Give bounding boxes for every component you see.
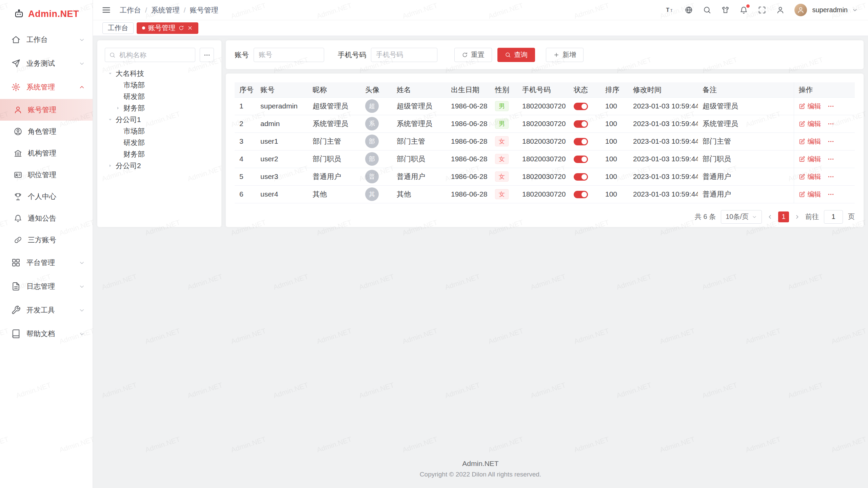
sidebar-item-label: 职位管理 bbox=[28, 170, 56, 180]
language-icon[interactable] bbox=[685, 6, 693, 14]
org-search-input[interactable] bbox=[119, 51, 191, 59]
edit-button[interactable]: 编辑 bbox=[799, 102, 821, 111]
tree-node[interactable]: 财务部 bbox=[105, 102, 214, 114]
chevron-down-icon bbox=[79, 260, 85, 266]
tree-caret-icon[interactable] bbox=[115, 105, 121, 111]
tab-account-management[interactable]: 账号管理 bbox=[137, 22, 198, 34]
sidebar-item-label: 帮助文档 bbox=[26, 329, 55, 339]
search-icon bbox=[109, 52, 116, 58]
tree-caret-icon[interactable] bbox=[107, 163, 113, 168]
status-toggle[interactable] bbox=[574, 173, 588, 181]
sidebar-item-position-management[interactable]: 职位管理 bbox=[0, 164, 93, 186]
status-toggle[interactable] bbox=[574, 120, 588, 128]
tree-node-label: 财务部 bbox=[123, 103, 145, 113]
sidebar-item-third-party-account[interactable]: 三方账号 bbox=[0, 229, 93, 251]
sidebar-item-help-docs[interactable]: 帮助文档 bbox=[0, 322, 93, 346]
breadcrumb-item-workbench[interactable]: 工作台 bbox=[120, 5, 141, 15]
tree-node[interactable]: 研发部 bbox=[105, 137, 214, 148]
add-button[interactable]: 新增 bbox=[546, 48, 584, 62]
edit-button[interactable]: 编辑 bbox=[799, 155, 821, 164]
next-page-icon[interactable] bbox=[794, 214, 800, 220]
sidebar-item-platform-management[interactable]: 平台管理 bbox=[0, 251, 93, 274]
cell-phone: 18020030720 bbox=[517, 133, 569, 150]
goto-page-input[interactable] bbox=[824, 210, 843, 224]
col-birthday: 出生日期 bbox=[446, 82, 490, 97]
tree-caret-icon[interactable] bbox=[107, 117, 113, 122]
tree-caret-icon[interactable] bbox=[115, 82, 121, 88]
sidebar-item-label: 机构管理 bbox=[28, 148, 56, 158]
gender-badge: 女 bbox=[495, 136, 509, 147]
sidebar-item-personal-center[interactable]: 个人中心 bbox=[0, 186, 93, 207]
cell-name: 超级管理员 bbox=[392, 97, 446, 115]
sidebar-item-notice[interactable]: 通知公告 bbox=[0, 207, 93, 229]
status-toggle[interactable] bbox=[574, 191, 588, 198]
profile-icon[interactable] bbox=[776, 6, 785, 14]
sidebar-item-account-management[interactable]: 账号管理 bbox=[0, 99, 93, 121]
more-actions-icon[interactable] bbox=[827, 156, 834, 163]
close-tab-icon[interactable] bbox=[187, 25, 193, 31]
tree-node[interactable]: 分公司1 bbox=[105, 114, 214, 125]
status-toggle[interactable] bbox=[574, 156, 588, 163]
theme-icon[interactable] bbox=[721, 6, 730, 14]
menu-collapse-icon[interactable] bbox=[102, 5, 111, 15]
cell-birthday: 1986-06-28 bbox=[446, 168, 490, 185]
more-actions-icon[interactable] bbox=[827, 191, 834, 198]
tree-node[interactable]: 市场部 bbox=[105, 125, 214, 137]
phone-input[interactable] bbox=[371, 48, 437, 62]
edit-button[interactable]: 编辑 bbox=[799, 172, 821, 181]
page-size-select[interactable]: 10条/页 bbox=[721, 210, 762, 224]
more-actions-icon[interactable] bbox=[827, 103, 834, 110]
sidebar-item-log-management[interactable]: 日志管理 bbox=[0, 274, 93, 298]
tree-node[interactable]: 市场部 bbox=[105, 79, 214, 91]
more-actions-icon[interactable] bbox=[827, 173, 834, 180]
tree-more-button[interactable] bbox=[200, 48, 214, 62]
tree-caret-icon[interactable] bbox=[115, 128, 121, 134]
tree-node[interactable]: 财务部 bbox=[105, 148, 214, 160]
sidebar-item-business-test[interactable]: 业务测试 bbox=[0, 52, 93, 75]
tree-caret-icon[interactable] bbox=[115, 151, 121, 157]
avatar[interactable] bbox=[794, 4, 807, 16]
sidebar-item-role-management[interactable]: 角色管理 bbox=[0, 121, 93, 142]
sidebar-menu: 工作台 业务测试 系统管理 账号管理 角色管理 bbox=[0, 28, 93, 488]
sidebar-item-label: 工作台 bbox=[26, 35, 48, 44]
sidebar-item-workbench[interactable]: 工作台 bbox=[0, 28, 93, 52]
edit-button[interactable]: 编辑 bbox=[799, 137, 821, 146]
page-number-1[interactable]: 1 bbox=[778, 211, 789, 222]
grid-icon bbox=[11, 258, 21, 267]
right-column: 账号 手机号码 重置 查询 bbox=[226, 40, 864, 227]
gender-badge: 女 bbox=[495, 154, 509, 164]
table-row: 3 user1 部门主管 部 部门主管 1986-06-28 女 1802003… bbox=[235, 133, 855, 150]
file-icon bbox=[11, 282, 21, 291]
account-input[interactable] bbox=[254, 48, 324, 62]
tree-node[interactable]: 研发部 bbox=[105, 91, 214, 102]
status-toggle[interactable] bbox=[574, 103, 588, 110]
prev-page-icon[interactable] bbox=[767, 214, 773, 220]
chevron-down-icon bbox=[79, 283, 85, 290]
refresh-tab-icon[interactable] bbox=[178, 25, 184, 31]
fullscreen-icon[interactable] bbox=[758, 6, 766, 14]
notification-bell[interactable] bbox=[739, 6, 748, 14]
more-actions-icon[interactable] bbox=[827, 138, 834, 145]
status-toggle[interactable] bbox=[574, 138, 588, 145]
search-icon[interactable] bbox=[703, 6, 711, 14]
sidebar-item-dev-tools[interactable]: 开发工具 bbox=[0, 298, 93, 322]
sidebar-item-org-management[interactable]: 机构管理 bbox=[0, 142, 93, 164]
tree-node[interactable]: 大名科技 bbox=[105, 68, 214, 79]
cell-account: user1 bbox=[256, 133, 308, 150]
query-button[interactable]: 查询 bbox=[497, 48, 535, 62]
reset-button[interactable]: 重置 bbox=[454, 48, 492, 62]
more-actions-icon[interactable] bbox=[827, 120, 834, 127]
tree-caret-icon[interactable] bbox=[115, 140, 121, 145]
sidebar-item-system-management[interactable]: 系统管理 bbox=[0, 75, 93, 99]
tree-node[interactable]: 分公司2 bbox=[105, 160, 214, 171]
username[interactable]: superadmin bbox=[812, 6, 848, 14]
edit-button[interactable]: 编辑 bbox=[799, 190, 821, 199]
breadcrumb-item-system[interactable]: 系统管理 bbox=[151, 5, 180, 15]
chevron-down-icon[interactable] bbox=[852, 7, 858, 13]
edit-button[interactable]: 编辑 bbox=[799, 119, 821, 128]
tree-caret-icon[interactable] bbox=[107, 71, 113, 76]
cell-phone: 18020030720 bbox=[517, 185, 569, 203]
tab-workbench[interactable]: 工作台 bbox=[102, 22, 134, 34]
tree-caret-icon[interactable] bbox=[115, 94, 121, 99]
font-size-icon[interactable]: TT bbox=[665, 6, 675, 14]
